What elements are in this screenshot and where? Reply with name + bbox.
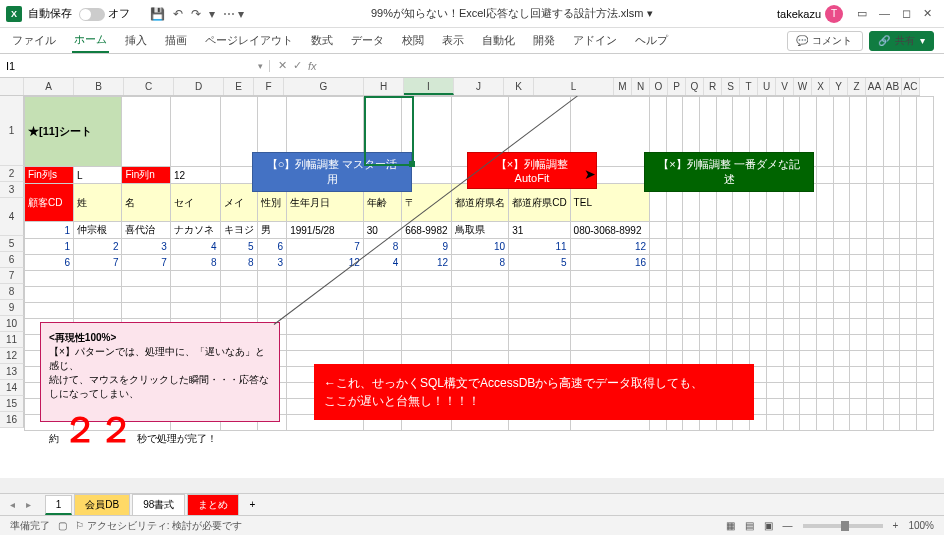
cell[interactable]	[800, 383, 817, 399]
cell[interactable]	[733, 271, 750, 287]
cell[interactable]	[683, 222, 700, 239]
cell[interactable]	[750, 335, 767, 351]
cell[interactable]	[800, 222, 817, 239]
cell[interactable]	[750, 319, 767, 335]
cell[interactable]	[816, 167, 833, 184]
col-header-X[interactable]: X	[812, 78, 830, 95]
cell[interactable]	[750, 239, 767, 255]
col-header-B[interactable]: B	[74, 78, 124, 95]
col-header-M[interactable]: M	[614, 78, 632, 95]
cell[interactable]	[766, 367, 783, 383]
cell[interactable]: 顧客CD	[25, 184, 74, 222]
cell[interactable]: 10	[452, 239, 509, 255]
cell[interactable]	[900, 222, 917, 239]
cell[interactable]	[666, 255, 683, 271]
col-header-AC[interactable]: AC	[902, 78, 920, 95]
tab-view[interactable]: 表示	[440, 29, 466, 52]
cell[interactable]: 3	[257, 255, 287, 271]
sheet-tab-summary[interactable]: まとめ	[187, 494, 239, 515]
cell[interactable]	[570, 303, 649, 319]
cell[interactable]	[700, 303, 717, 319]
row-headers[interactable]: 12345678910111213141516	[0, 96, 24, 428]
cell[interactable]	[733, 239, 750, 255]
cell[interactable]	[783, 335, 800, 351]
cell[interactable]	[883, 271, 900, 287]
row-header-1[interactable]: 1	[0, 96, 24, 166]
cell[interactable]	[700, 239, 717, 255]
cell[interactable]	[750, 287, 767, 303]
cell[interactable]	[650, 222, 667, 239]
cell[interactable]	[783, 287, 800, 303]
column-headers[interactable]: ABCDEFGHIJKLMNOPQRSTUVWXYZAAABAC	[0, 78, 920, 96]
cell[interactable]	[866, 184, 883, 222]
cell[interactable]	[122, 97, 170, 167]
cell[interactable]	[750, 303, 767, 319]
cell[interactable]	[816, 255, 833, 271]
cell[interactable]	[783, 351, 800, 367]
shape-button-blue[interactable]: 【○】列幅調整 マスター活用	[252, 152, 412, 192]
cell[interactable]	[733, 255, 750, 271]
shape-button-green[interactable]: 【×】列幅調整 一番ダメな記述	[644, 152, 814, 192]
cell[interactable]: 12	[170, 167, 220, 184]
cell[interactable]	[850, 184, 867, 222]
col-header-Z[interactable]: Z	[848, 78, 866, 95]
worksheet[interactable]: ★[11]シートFin列sLFin列n12顧客CD姓名セイメイ性別生年月日年齢〒…	[24, 96, 944, 478]
cell[interactable]	[452, 303, 509, 319]
cell[interactable]: Fin列s	[25, 167, 74, 184]
cell[interactable]	[917, 222, 934, 239]
redo-icon[interactable]: ↷	[191, 7, 201, 21]
cell[interactable]	[816, 271, 833, 287]
cell[interactable]	[833, 255, 850, 271]
cell[interactable]	[800, 319, 817, 335]
maximize-icon[interactable]: ◻	[902, 7, 911, 20]
cell[interactable]: 男	[257, 222, 287, 239]
cell[interactable]	[766, 335, 783, 351]
cell[interactable]	[833, 271, 850, 287]
cell[interactable]	[650, 335, 667, 351]
cell[interactable]: 6	[257, 239, 287, 255]
cell[interactable]	[73, 287, 121, 303]
cell[interactable]	[766, 271, 783, 287]
autosave-toggle[interactable]: 自動保存 オフ	[28, 6, 130, 21]
row-header-16[interactable]: 16	[0, 412, 24, 428]
cell[interactable]	[917, 367, 934, 383]
cell[interactable]	[700, 271, 717, 287]
cell[interactable]	[766, 239, 783, 255]
cell[interactable]	[25, 271, 74, 287]
cell[interactable]	[866, 222, 883, 239]
cell[interactable]	[363, 319, 401, 335]
cell[interactable]	[850, 239, 867, 255]
cell[interactable]: 7	[122, 255, 170, 271]
row-header-9[interactable]: 9	[0, 300, 24, 316]
tab-nav[interactable]: ◂ ▸	[10, 499, 35, 510]
view-pagebreak-icon[interactable]: ▣	[764, 520, 773, 531]
cell[interactable]: 2	[73, 239, 121, 255]
cell[interactable]: 5	[220, 239, 257, 255]
cell[interactable]	[716, 222, 733, 239]
cell[interactable]	[733, 335, 750, 351]
cell[interactable]	[917, 287, 934, 303]
cell[interactable]	[683, 271, 700, 287]
cell[interactable]	[683, 239, 700, 255]
cell[interactable]	[25, 287, 74, 303]
col-header-corner[interactable]	[0, 78, 24, 95]
cell[interactable]	[900, 319, 917, 335]
col-header-AA[interactable]: AA	[866, 78, 884, 95]
cell[interactable]	[917, 271, 934, 287]
col-header-H[interactable]: H	[364, 78, 404, 95]
col-header-N[interactable]: N	[632, 78, 650, 95]
cell[interactable]	[800, 399, 817, 415]
cell[interactable]	[783, 303, 800, 319]
tab-formula[interactable]: 数式	[309, 29, 335, 52]
cell[interactable]	[783, 383, 800, 399]
comment-button[interactable]: 💬 コメント	[787, 31, 864, 51]
tab-data[interactable]: データ	[349, 29, 386, 52]
cell[interactable]	[816, 287, 833, 303]
col-header-W[interactable]: W	[794, 78, 812, 95]
cell[interactable]: 3	[122, 239, 170, 255]
minimize-icon[interactable]: —	[879, 7, 890, 20]
cell[interactable]	[287, 335, 364, 351]
cell[interactable]	[766, 415, 783, 431]
col-header-T[interactable]: T	[740, 78, 758, 95]
cell[interactable]	[816, 303, 833, 319]
